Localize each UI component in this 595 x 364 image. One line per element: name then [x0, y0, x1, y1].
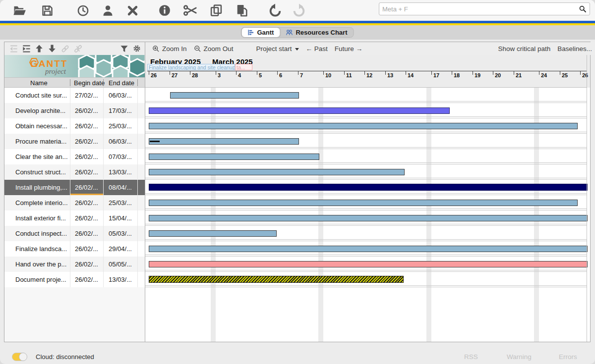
task-row[interactable]: Document proje...26/02/...13/03/...: [4, 272, 145, 287]
scroll-past-button[interactable]: ← Past: [306, 45, 328, 52]
task-begin-cell[interactable]: 26/02/...: [70, 245, 103, 253]
task-end-cell[interactable]: 25/03/...: [103, 199, 137, 207]
task-begin-cell[interactable]: 26/02/...: [70, 184, 103, 191]
task-begin-cell[interactable]: 26/02/...: [70, 260, 103, 268]
task-end-cell[interactable]: 05/05/...: [103, 260, 137, 268]
task-name-cell[interactable]: Construct struct...: [15, 168, 69, 176]
undo-button[interactable]: [267, 2, 284, 19]
task-row[interactable]: Obtain necessar...26/02/...25/03/...: [4, 118, 145, 134]
gantt-bar[interactable]: [149, 107, 450, 114]
copy-button[interactable]: [208, 2, 225, 19]
warning-button[interactable]: Warning: [507, 353, 532, 361]
search-input[interactable]: [379, 5, 579, 13]
task-end-cell[interactable]: 05/03/...: [103, 230, 137, 237]
task-row[interactable]: Conduct site sur...27/02/...06/03/...: [4, 88, 145, 103]
column-header-name[interactable]: Name: [30, 79, 48, 87]
task-name-cell[interactable]: Install plumbing,...: [15, 184, 69, 191]
task-end-cell[interactable]: 08/04/...: [103, 184, 137, 191]
indent-button[interactable]: [20, 43, 32, 54]
task-begin-cell[interactable]: 27/02/...: [70, 92, 103, 99]
task-begin-cell[interactable]: 26/02/...: [70, 107, 103, 114]
task-begin-cell[interactable]: 26/02/...: [70, 199, 103, 207]
task-name-cell[interactable]: Document proje...: [15, 276, 69, 283]
tab-gantt[interactable]: Gantt: [242, 28, 280, 37]
rss-button[interactable]: RSS: [464, 353, 478, 361]
unindent-button[interactable]: [7, 43, 19, 54]
task-name-cell[interactable]: Complete interio...: [15, 199, 69, 207]
resource-button[interactable]: [99, 2, 116, 19]
task-end-cell[interactable]: 29/04/...: [103, 245, 137, 253]
delete-button[interactable]: [124, 2, 141, 19]
gantt-bar[interactable]: [149, 184, 588, 191]
task-name-cell[interactable]: Hand over the p...: [15, 260, 69, 268]
task-row[interactable]: Install exterior fi...26/02/...15/04/...: [4, 210, 145, 226]
task-name-cell[interactable]: Procure materia...: [15, 138, 69, 145]
filter-button[interactable]: [118, 43, 130, 54]
task-begin-cell[interactable]: 26/02/...: [70, 122, 103, 130]
task-end-cell[interactable]: 17/03/...: [103, 107, 137, 114]
gantt-bar[interactable]: [149, 138, 299, 145]
task-row[interactable]: Finalize landsca...26/02/...29/04/...: [4, 241, 145, 257]
gantt-bar[interactable]: [149, 169, 405, 175]
task-row[interactable]: Construct struct...26/02/...13/03/...: [4, 164, 145, 180]
gantt-bar[interactable]: [149, 261, 588, 267]
zoom-in-button[interactable]: Zoom In: [152, 45, 187, 52]
column-header-begin-date[interactable]: Begin date: [74, 79, 105, 87]
link-tasks-button[interactable]: [59, 43, 71, 54]
task-name-cell[interactable]: Obtain necessar...: [15, 122, 69, 130]
task-begin-cell[interactable]: 26/02/...: [70, 230, 103, 237]
gantt-bar[interactable]: [149, 154, 319, 160]
settings-button[interactable]: [131, 43, 143, 54]
task-end-cell[interactable]: 13/03/...: [103, 168, 137, 176]
task-begin-cell[interactable]: 26/02/...: [70, 153, 103, 160]
task-end-cell[interactable]: 06/03/...: [103, 92, 137, 99]
tab-resources-chart[interactable]: Resources Chart: [280, 28, 353, 37]
task-begin-cell[interactable]: 26/02/...: [70, 138, 103, 145]
task-name-cell[interactable]: Conduct site sur...: [15, 92, 69, 99]
cut-button[interactable]: [182, 2, 199, 19]
gantt-bar[interactable]: [149, 123, 578, 129]
unlink-tasks-button[interactable]: [72, 43, 84, 54]
scroll-future-button[interactable]: Future →: [335, 45, 362, 52]
task-row[interactable]: Procure materia...26/02/...06/03/...: [4, 134, 145, 149]
errors-button[interactable]: Errors: [559, 353, 577, 361]
gantt-bar[interactable]: [149, 230, 277, 237]
task-end-cell[interactable]: 07/03/...: [103, 153, 137, 160]
task-end-cell[interactable]: 25/03/...: [103, 122, 137, 130]
gantt-chart[interactable]: [145, 88, 587, 342]
task-name-cell[interactable]: Finalize landsca...: [15, 245, 69, 253]
task-name-cell[interactable]: Install exterior fi...: [15, 214, 69, 222]
task-begin-cell[interactable]: 26/02/...: [70, 168, 103, 176]
history-button[interactable]: [74, 2, 91, 19]
task-begin-cell[interactable]: 26/02/...: [70, 214, 103, 222]
task-name-cell[interactable]: Clear the site an...: [15, 153, 69, 160]
project-start-button[interactable]: Project start: [256, 45, 292, 52]
gantt-bar[interactable]: [149, 200, 578, 206]
show-critical-path-button[interactable]: Show critical path: [498, 45, 550, 52]
gantt-bar[interactable]: [170, 92, 299, 99]
task-name-cell[interactable]: Develop archite...: [15, 107, 69, 114]
move-up-button[interactable]: [33, 43, 45, 54]
task-end-cell[interactable]: 15/04/...: [103, 214, 137, 222]
gantt-bar[interactable]: [149, 246, 588, 252]
redo-button[interactable]: [291, 2, 307, 19]
save-project-button[interactable]: [39, 2, 56, 19]
zoom-out-button[interactable]: Zoom Out: [194, 45, 234, 52]
task-row[interactable]: Install plumbing,...26/02/...08/04/...: [4, 180, 145, 195]
baselines-button[interactable]: Baselines...: [557, 45, 592, 52]
paste-button[interactable]: [234, 2, 250, 19]
column-header-end-date[interactable]: End date: [109, 79, 134, 87]
move-down-button[interactable]: [46, 43, 58, 54]
task-row[interactable]: Conduct inspect...26/02/...05/03/...: [4, 226, 145, 241]
task-begin-cell[interactable]: 26/02/...: [70, 276, 103, 283]
task-row[interactable]: Complete interio...26/02/...25/03/...: [4, 195, 145, 210]
cloud-toggle[interactable]: [12, 353, 27, 361]
task-row[interactable]: Clear the site an...26/02/...07/03/...: [4, 149, 145, 164]
task-row[interactable]: Develop archite...26/02/...17/03/...: [4, 103, 145, 118]
task-end-cell[interactable]: 06/03/...: [103, 138, 137, 145]
task-end-cell[interactable]: 13/03/...: [103, 276, 137, 283]
task-name-cell[interactable]: Conduct inspect...: [15, 230, 69, 237]
open-project-button[interactable]: [11, 2, 28, 19]
task-row[interactable]: Hand over the p...26/02/...05/05/...: [4, 257, 145, 272]
gantt-bar[interactable]: [149, 276, 404, 283]
